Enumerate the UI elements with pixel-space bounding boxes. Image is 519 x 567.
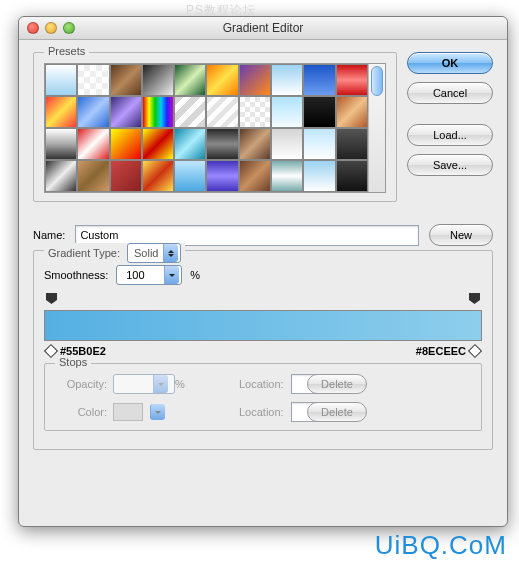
delete-opacity-stop-button: Delete bbox=[307, 374, 367, 394]
preset-swatch[interactable] bbox=[45, 64, 77, 96]
preset-grid bbox=[45, 64, 368, 192]
preset-swatch[interactable] bbox=[206, 64, 238, 96]
name-label: Name: bbox=[33, 229, 65, 241]
preset-swatch[interactable] bbox=[336, 96, 368, 128]
opacity-stop-label: Opacity: bbox=[55, 378, 113, 390]
preset-swatch[interactable] bbox=[45, 160, 77, 192]
window-title: Gradient Editor bbox=[19, 21, 507, 35]
preset-swatch[interactable] bbox=[142, 160, 174, 192]
preset-swatch[interactable] bbox=[77, 96, 109, 128]
stops-fieldset: Stops Opacity: % Location: % Delete Colo… bbox=[44, 363, 482, 431]
stops-legend: Stops bbox=[55, 356, 91, 368]
opacity-stop-right[interactable] bbox=[469, 293, 480, 304]
opacity-select bbox=[113, 374, 175, 394]
stepper-icon bbox=[150, 404, 165, 420]
presets-fieldset: Presets bbox=[33, 52, 397, 202]
preset-swatch[interactable] bbox=[206, 128, 238, 160]
preset-swatch[interactable] bbox=[336, 64, 368, 96]
watermark-bottom: UiBQ.CoM bbox=[375, 530, 507, 561]
preset-swatch[interactable] bbox=[206, 96, 238, 128]
smoothness-label: Smoothness: bbox=[44, 269, 108, 281]
new-button[interactable]: New bbox=[429, 224, 493, 246]
load-button[interactable]: Load... bbox=[407, 124, 493, 146]
scrollbar-thumb[interactable] bbox=[371, 66, 383, 96]
presets-legend: Presets bbox=[44, 45, 89, 57]
preset-swatch[interactable] bbox=[336, 128, 368, 160]
preset-swatch[interactable] bbox=[174, 64, 206, 96]
gradient-type-select[interactable]: Solid bbox=[127, 243, 181, 263]
gradient-config-fieldset: Gradient Type: Solid Smoothness: % bbox=[33, 250, 493, 450]
stepper-icon bbox=[163, 244, 178, 262]
preset-swatch[interactable] bbox=[174, 96, 206, 128]
smoothness-select[interactable] bbox=[116, 265, 182, 285]
preset-swatch[interactable] bbox=[110, 160, 142, 192]
preset-swatch[interactable] bbox=[271, 64, 303, 96]
percent-label: % bbox=[175, 378, 239, 390]
preset-swatch[interactable] bbox=[271, 128, 303, 160]
preset-swatch[interactable] bbox=[77, 128, 109, 160]
gradient-editor-dialog: Gradient Editor Presets OK Cancel bbox=[18, 16, 508, 527]
preset-swatch[interactable] bbox=[110, 64, 142, 96]
preset-swatch[interactable] bbox=[336, 160, 368, 192]
cancel-button[interactable]: Cancel bbox=[407, 82, 493, 104]
preset-swatch[interactable] bbox=[142, 96, 174, 128]
preset-swatch[interactable] bbox=[239, 160, 271, 192]
preset-swatch[interactable] bbox=[110, 128, 142, 160]
preset-swatch[interactable] bbox=[142, 64, 174, 96]
location-label: Location: bbox=[239, 406, 284, 418]
stepper-icon bbox=[153, 375, 168, 393]
titlebar: Gradient Editor bbox=[19, 17, 507, 40]
preset-swatch[interactable] bbox=[45, 128, 77, 160]
watermark-top: PS教程论坛 bbox=[186, 2, 256, 19]
gradient-type-legend: Gradient Type: Solid bbox=[44, 243, 185, 263]
preset-swatch[interactable] bbox=[303, 128, 335, 160]
smoothness-input[interactable] bbox=[123, 268, 159, 282]
preset-swatch[interactable] bbox=[174, 128, 206, 160]
svg-marker-1 bbox=[469, 293, 480, 304]
preset-swatch[interactable] bbox=[45, 96, 77, 128]
preset-swatch[interactable] bbox=[303, 96, 335, 128]
preset-swatch[interactable] bbox=[239, 96, 271, 128]
right-color-label: #8ECEEC bbox=[416, 345, 466, 357]
preset-swatch[interactable] bbox=[142, 128, 174, 160]
gradient-type-label: Gradient Type: bbox=[48, 247, 120, 259]
stepper-icon bbox=[164, 266, 179, 284]
svg-marker-0 bbox=[46, 293, 57, 304]
preset-swatch[interactable] bbox=[174, 160, 206, 192]
percent-label: % bbox=[190, 269, 200, 281]
preset-swatch[interactable] bbox=[239, 64, 271, 96]
preset-swatch[interactable] bbox=[239, 128, 271, 160]
preset-swatch[interactable] bbox=[110, 96, 142, 128]
preset-swatch[interactable] bbox=[206, 160, 238, 192]
preset-swatch[interactable] bbox=[77, 160, 109, 192]
gradient-type-value: Solid bbox=[134, 247, 158, 259]
color-stop-right[interactable]: #8ECEEC bbox=[416, 345, 480, 357]
preset-swatch[interactable] bbox=[271, 96, 303, 128]
color-stop-label: Color: bbox=[55, 406, 113, 418]
delete-color-stop-button: Delete bbox=[307, 402, 367, 422]
location-label: Location: bbox=[239, 378, 284, 390]
preset-swatch[interactable] bbox=[303, 64, 335, 96]
save-button[interactable]: Save... bbox=[407, 154, 493, 176]
opacity-stop-left[interactable] bbox=[46, 293, 57, 304]
preset-swatch[interactable] bbox=[303, 160, 335, 192]
color-swatch bbox=[113, 403, 143, 421]
gradient-preview[interactable] bbox=[44, 310, 482, 341]
preset-scrollbar[interactable] bbox=[368, 64, 385, 192]
presets-box bbox=[44, 63, 386, 193]
ok-button[interactable]: OK bbox=[407, 52, 493, 74]
preset-swatch[interactable] bbox=[271, 160, 303, 192]
preset-swatch[interactable] bbox=[77, 64, 109, 96]
